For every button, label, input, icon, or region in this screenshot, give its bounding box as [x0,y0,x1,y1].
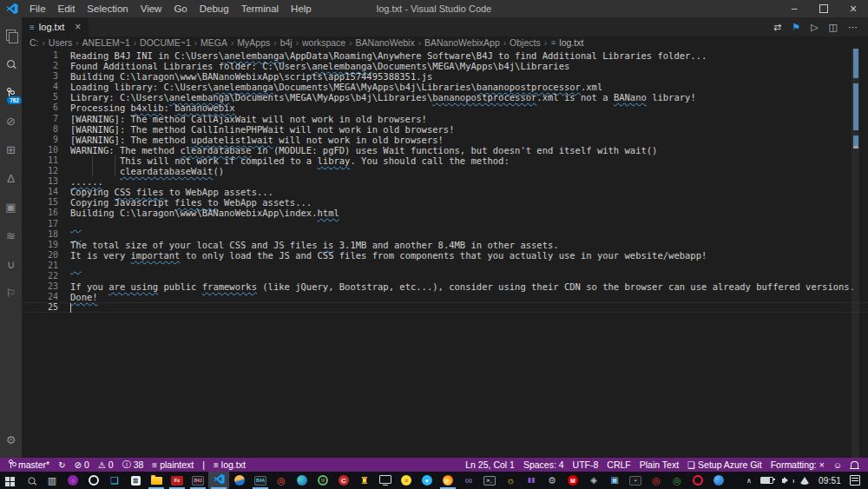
tab-close-icon[interactable]: × [75,21,81,33]
taskbar-telegram[interactable]: ► [417,472,437,489]
sidebar-item-explorer[interactable] [0,21,22,50]
status-indentation[interactable]: Spaces: 4 [519,458,569,472]
taskbar-visual-studio[interactable]: ∞ [458,472,479,489]
menu-help[interactable]: Help [285,0,318,17]
menu-go[interactable]: Go [168,0,193,17]
taskbar-firefox[interactable] [437,472,458,489]
taskbar-filezilla[interactable]: Fz [167,472,187,489]
taskbar-search[interactable] [21,472,42,489]
breadcrumb-file[interactable]: log.txt [558,37,584,48]
taskbar-ccleaner[interactable]: C [333,472,354,489]
status-editor-language-indicator[interactable]: ≡plaintext [148,458,198,472]
notification-center-icon[interactable] [850,475,860,486]
status-notifications[interactable] [846,458,863,472]
sidebar-item-debug[interactable]: ⊘ [0,107,22,135]
tab-logtxt[interactable]: ≡ log.txt × [22,17,89,36]
menu-terminal[interactable]: Terminal [235,0,285,17]
volume-icon[interactable] [782,479,785,483]
taskbar-edge[interactable] [292,472,312,489]
taskbar-b4j[interactable]: B4J [187,472,208,489]
taskbar-app-purple[interactable]: ○ [62,472,83,489]
breadcrumb-segment[interactable]: BANanoWebix [355,37,416,48]
sidebar-item-extensions[interactable]: ⊞ [0,135,22,164]
taskbar-app-network[interactable]: ▣ [604,472,625,489]
sidebar-item-source-control[interactable]: 762 [0,78,22,107]
menu-edit[interactable]: Edit [52,0,82,17]
taskbar-settings-gears[interactable]: ⚙ [542,472,562,489]
taskbar-app-ball-blue[interactable] [708,472,729,489]
taskbar-terminal[interactable]: >_ [479,472,500,489]
status-file-indicator[interactable]: ≡log.txt [209,458,250,472]
taskbar-app-ring-green[interactable]: U [312,472,333,489]
status-errors[interactable]: ⊘0 [70,458,94,472]
sidebar-item-docker[interactable]: ≋ [0,221,22,250]
editor[interactable]: 1Reading B4J INI in C:\Users\anelembanga… [22,49,868,458]
taskbar-app-lamp[interactable]: ☼ [500,472,521,489]
breadcrumb-segment[interactable]: b4j [279,37,293,48]
taskbar-b4a[interactable]: B4A [250,472,271,489]
breadcrumb-segment[interactable]: C: [29,37,40,48]
taskbar-file-explorer[interactable] [146,472,167,489]
sidebar-item-search[interactable] [0,50,22,78]
status-language-mode[interactable]: Plain Text [635,458,683,472]
status-cursor-position[interactable]: Ln 25, Col 1 [461,458,519,472]
status-setup-azure-git[interactable]: ❑Setup Azure Git [683,458,766,472]
taskbar-app-ring-red[interactable]: ◎ [271,472,292,489]
clock[interactable]: 09:51 [819,476,841,486]
taskbar-app-pause[interactable]: ▮▮ [521,472,542,489]
more-actions-icon[interactable]: ⋯ [848,22,858,33]
sidebar-item-clips[interactable]: ∪ [0,250,22,279]
taskbar-app-monitor[interactable] [375,472,396,489]
restore-button[interactable] [809,0,838,17]
taskbar-app-gray[interactable]: ◈ [583,472,604,489]
breadcrumb-segment[interactable]: Objects [509,37,542,48]
status-formatting[interactable]: Formatting: × [766,458,829,472]
menu-file[interactable]: File [23,0,52,17]
status-warnings[interactable]: ⚠0 [94,458,118,472]
status-feedback[interactable]: ☺ [829,458,846,472]
split-editor-icon[interactable]: ◫ [829,22,838,33]
taskbar-app-notes[interactable]: ≣ [125,472,146,489]
breadcrumb-segment[interactable]: BANanoWebixApp [424,37,501,48]
menu-view[interactable]: View [135,0,168,17]
taskbar-task-view[interactable]: ▥ [42,472,62,489]
taskbar-app-dot[interactable]: ▪ [625,472,646,489]
taskbar-start[interactable] [0,472,21,489]
open-changes-icon[interactable]: ⇄ [773,22,781,33]
menu-selection[interactable]: Selection [81,0,134,17]
taskbar-app-pages[interactable]: ❏ [104,472,125,489]
chevron-up-icon[interactable]: ∧ [746,477,752,485]
taskbar-vscode[interactable] [208,472,229,489]
breadcrumb-segment[interactable]: MyApps [236,37,271,48]
breadcrumb-segment[interactable]: workspace [301,37,346,48]
wifi-icon[interactable] [799,477,810,485]
taskbar-app-ring-green2[interactable]: ◎ [667,472,687,489]
status-git-branch[interactable]: master* [5,458,54,472]
taskbar-app-hive[interactable]: ≡ [396,472,417,489]
status-eol[interactable]: CRLF [602,458,635,472]
taskbar-app-ring-red2[interactable]: ◎ [646,472,667,489]
taskbar-app-ring-white[interactable] [83,472,104,489]
battery-icon[interactable] [760,477,773,484]
breadcrumb-segment[interactable]: ANELEM~1 [82,37,131,48]
status-sync[interactable]: ↻ [54,458,69,472]
taskbar-mega[interactable]: M [562,472,583,489]
breadcrumb-segment[interactable]: DOCUME~1 [139,37,192,48]
status-infos[interactable]: ⓘ38 [118,458,148,472]
minimize-button[interactable]: – [779,0,809,17]
breadcrumb-segment[interactable]: Users [48,37,73,48]
breadcrumb-segment[interactable]: MEGA [200,37,228,48]
sidebar-item-test[interactable]: Δ [0,164,22,193]
run-icon[interactable]: ▷ [811,22,818,33]
run-live-icon[interactable]: ⚑ [792,22,800,33]
sidebar-item-webview-panel[interactable]: ▣ [0,193,22,221]
sidebar-item-bookmarks[interactable]: ⚐ [0,279,22,307]
status-label: CRLF [607,459,630,470]
status-encoding[interactable]: UTF-8 [569,458,603,472]
sidebar-item-manage[interactable]: ⚙ [0,426,22,454]
close-button[interactable]: × [838,0,868,17]
taskbar-app-sphere[interactable] [229,472,250,489]
menu-debug[interactable]: Debug [194,0,235,17]
taskbar-opera[interactable] [687,472,708,489]
taskbar-app-robot[interactable]: ♜ [354,472,375,489]
